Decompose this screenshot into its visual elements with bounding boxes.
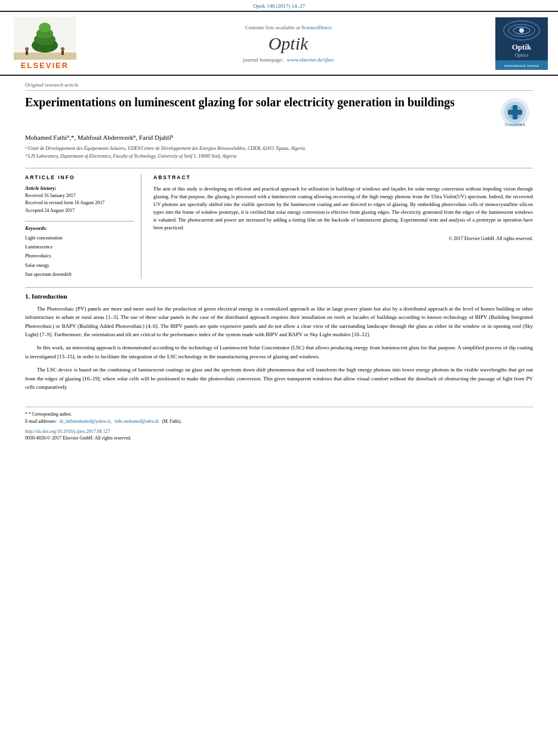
- crossmark-logo[interactable]: CrossMark: [497, 97, 533, 128]
- keywords-section: Keywords: Light concentration Luminescen…: [25, 225, 134, 279]
- corresponding-label: * Corresponding author.: [29, 411, 72, 417]
- footnote: * * Corresponding author. E-mail address…: [25, 411, 533, 425]
- elsevier-brand-text: ELSEVIER: [21, 61, 69, 70]
- svg-point-16: [519, 28, 524, 33]
- two-column-section: ARTICLE INFO Article history: Received 1…: [25, 168, 533, 279]
- introduction-section: 1. Introduction The Photovoltaic (PV) pa…: [25, 287, 533, 392]
- doi-line: http://dx.doi.org/10.1016/j.ijleo.2017.0…: [25, 428, 533, 434]
- authors-line: Mohamed Fathiᵃ,*, Mahfoud Abderrezekᵃ, F…: [25, 134, 533, 142]
- section-number: 1.: [25, 293, 30, 300]
- email-1-link[interactable]: dr_fathimohamed@yahoo.fr: [60, 419, 110, 424]
- revised-date: Received in revised form 16 August 2017: [25, 199, 134, 207]
- svg-text:International Journal: International Journal: [504, 63, 538, 68]
- contents-list-text: Contents lists available at: [245, 24, 300, 30]
- history-label: Article history:: [25, 185, 134, 191]
- svg-rect-8: [26, 51, 28, 55]
- journal-header: ELSEVIER Contents lists available at Sci…: [0, 11, 558, 76]
- crossmark-icon: CrossMark: [499, 97, 532, 128]
- article-content: Original research article Experimentatio…: [0, 76, 558, 402]
- keyword-2: Luminescence: [25, 242, 134, 251]
- homepage-link[interactable]: www.elsevier.de/ijleo: [287, 57, 334, 63]
- abstract-heading: ABSTRACT: [153, 174, 533, 180]
- affiliation-a: ᵃ Unité de Développement des Équipements…: [25, 145, 533, 153]
- optik-logo-area: Optik Optics International Journal: [493, 17, 550, 70]
- section-title-text: Introduction: [32, 293, 67, 300]
- affiliations: ᵃ Unité de Développement des Équipements…: [25, 145, 533, 161]
- svg-rect-1: [14, 53, 76, 60]
- svg-text:Optik: Optik: [511, 42, 531, 51]
- intro-paragraph-1: The Photovoltaic (PV) panels are more an…: [25, 305, 533, 339]
- optik-journal-logo: Optik Optics International Journal: [495, 17, 548, 70]
- citation-text: Optik 148 (2017) 14–27: [253, 3, 305, 9]
- issn-line: 0030-4026/© 2017 Elsevier GmbH. All righ…: [25, 435, 533, 441]
- article-main-title: Experimentations on luminescent glazing …: [25, 94, 491, 110]
- abstract-text: The aim of this study is developing an e…: [153, 185, 533, 232]
- svg-rect-25: [508, 110, 522, 115]
- email-line: E-mail addresses: dr_fathimohamed@yahoo.…: [25, 418, 533, 425]
- keyword-3: Photovoltaics: [25, 251, 134, 260]
- svg-text:Optics: Optics: [514, 52, 529, 58]
- footer-area: * * Corresponding author. E-mail address…: [25, 407, 533, 441]
- email-2-link[interactable]: fathi.mohamed@udes.dz: [115, 419, 159, 424]
- corresponding-line: * * Corresponding author.: [25, 411, 533, 418]
- science-direct-link[interactable]: ScienceDirect: [301, 24, 331, 30]
- copyright-line: © 2017 Elsevier GmbH. All rights reserve…: [153, 236, 533, 241]
- intro-paragraph-3: The LSC device is based on the combining…: [25, 365, 533, 391]
- journal-main-title: Optik: [269, 33, 309, 54]
- article-info-heading: ARTICLE INFO: [25, 174, 134, 180]
- keywords-list: Light concentration Luminescence Photovo…: [25, 233, 134, 279]
- email-label: E-mail addresses:: [25, 419, 57, 424]
- keywords-label: Keywords:: [25, 225, 134, 231]
- article-type: Original research article: [25, 82, 533, 91]
- received-date: Received 16 January 2017: [25, 192, 134, 200]
- affiliation-b: ᵇ LJS Laboratory, Department of Electron…: [25, 153, 533, 161]
- article-info-column: ARTICLE INFO Article history: Received 1…: [25, 174, 141, 279]
- svg-rect-10: [61, 51, 64, 55]
- abstract-column: ABSTRACT The aim of this study is develo…: [153, 174, 533, 279]
- keyword-4: Solar energy: [25, 261, 134, 270]
- section-heading: 1. Introduction: [25, 293, 533, 300]
- svg-point-7: [25, 47, 29, 51]
- journal-homepage-line: journal homepage: www.elsevier.de/ijleo: [243, 57, 333, 63]
- article-history-section: Article history: Received 16 January 201…: [25, 185, 134, 215]
- doi-link[interactable]: http://dx.doi.org/10.1016/j.ijleo.2017.0…: [25, 429, 110, 434]
- svg-point-6: [39, 23, 51, 32]
- homepage-text: journal homepage:: [243, 57, 283, 63]
- keyword-1: Light concentration: [25, 233, 134, 242]
- accepted-date: Accepted 24 August 2017: [25, 207, 134, 215]
- science-direct-line: Contents lists available at ScienceDirec…: [245, 24, 332, 30]
- keyword-5: Sun spectrum downshift: [25, 270, 134, 279]
- elsevier-logo-area: ELSEVIER: [6, 17, 84, 70]
- intro-paragraph-2: In this work, an interesting approach is…: [25, 343, 533, 361]
- journal-center: Contents lists available at ScienceDirec…: [91, 17, 486, 70]
- svg-point-9: [61, 47, 64, 51]
- elsevier-tree-icon: [14, 17, 76, 60]
- svg-text:CrossMark: CrossMark: [505, 122, 525, 127]
- top-citation-bar: Optik 148 (2017) 14–27: [0, 0, 558, 11]
- divider-line: [25, 221, 134, 222]
- title-crossmark-row: Experimentations on luminescent glazing …: [25, 94, 533, 128]
- email-suffix: (M. Fathi).: [162, 419, 182, 424]
